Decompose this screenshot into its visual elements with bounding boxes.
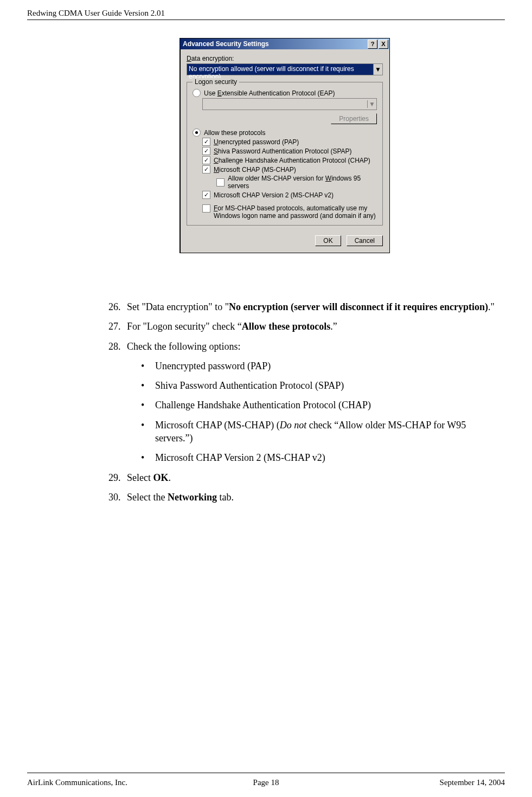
older-mschap-checkbox[interactable]	[216, 178, 225, 187]
step-number: 30.	[108, 491, 127, 504]
chevron-down-icon[interactable]: ▼	[373, 64, 382, 75]
step-text: Select the Networking tab.	[127, 491, 505, 504]
help-icon[interactable]: ?	[368, 40, 377, 49]
mschap-checkbox[interactable]: ✓	[202, 165, 210, 173]
cancel-button[interactable]: Cancel	[347, 235, 383, 246]
step-number: 26.	[108, 300, 127, 313]
step-number: 29.	[108, 471, 127, 484]
bullet-text: Microsoft CHAP (MS-CHAP) (Do not check “…	[155, 419, 505, 445]
eap-radio[interactable]	[193, 89, 201, 97]
bullet-icon: •	[141, 359, 155, 372]
bullet-text: Challenge Handshake Authentication Proto…	[155, 398, 505, 412]
chevron-down-icon: ▼	[367, 100, 376, 108]
logon-security-fieldset: Logon security Use Extensible Authentica…	[187, 82, 383, 226]
allow-protocols-radio[interactable]	[193, 128, 201, 137]
bullet-text: Microsoft CHAP Version 2 (MS-CHAP v2)	[155, 451, 505, 464]
instruction-content: 26.Set "Data encryption" to "No encrypti…	[108, 300, 505, 510]
header-rule	[27, 20, 505, 20]
spap-checkbox[interactable]: ✓	[202, 147, 210, 155]
encryption-value: No encryption allowed (server will disco…	[187, 64, 373, 75]
step-number: 28.	[108, 340, 127, 353]
dialog-titlebar[interactable]: Advanced Security Settings ? X	[180, 38, 389, 49]
mschapv2-label: Microsoft CHAP Version 2 (MS-CHAP v2)	[214, 191, 334, 199]
allow-protocols-label: Allow these protocols	[204, 129, 265, 137]
ok-button[interactable]: OK	[315, 235, 341, 246]
fieldset-legend: Logon security	[193, 78, 239, 86]
encryption-dropdown[interactable]: No encryption allowed (server will disco…	[187, 63, 383, 75]
eap-label: Use Extensible Authentication Protocol (…	[204, 89, 335, 97]
bullet-text: Shiva Password Authentication Protocol (…	[155, 379, 505, 392]
auto-logon-checkbox[interactable]	[202, 204, 210, 213]
step-text: Check the following options:	[127, 340, 505, 353]
step-text: Set "Data encryption" to "No encryption …	[127, 300, 505, 313]
step-text: Select OK.	[127, 471, 505, 484]
footer-left: AirLink Communications, Inc.	[27, 778, 187, 787]
spap-label: Shiva Password Authentication Protocol (…	[214, 147, 352, 155]
step-number: 27.	[108, 320, 127, 333]
chap-label: Challenge Handshake Authentication Proto…	[214, 157, 370, 164]
pap-label: Unencrypted password (PAP)	[214, 138, 299, 146]
doc-header: Redwing CDMA User Guide Version 2.01	[27, 9, 505, 18]
doc-footer: AirLink Communications, Inc. Page 18 Sep…	[27, 778, 505, 787]
footer-right: September 14, 2004	[345, 778, 505, 787]
step-text: For "Logon security" check “Allow these …	[127, 320, 505, 333]
footer-rule	[27, 773, 505, 773]
dialog-title-text: Advanced Security Settings	[181, 40, 367, 48]
advanced-security-dialog: Advanced Security Settings ? X Data encr…	[180, 38, 390, 253]
mschapv2-checkbox[interactable]: ✓	[202, 191, 210, 199]
mschap-label: Microsoft CHAP (MS-CHAP)	[214, 166, 296, 173]
close-icon[interactable]: X	[379, 40, 388, 49]
bullet-icon: •	[141, 451, 155, 464]
bullet-icon: •	[141, 419, 155, 445]
eap-type-dropdown: ▼	[202, 98, 377, 110]
properties-button: Properties	[331, 113, 377, 124]
bullet-text: Unencrypted password (PAP)	[155, 359, 505, 372]
footer-center: Page 18	[187, 778, 346, 787]
auto-logon-label: For MS-CHAP based protocols, automatical…	[214, 204, 377, 220]
pap-checkbox[interactable]: ✓	[202, 138, 210, 146]
bullet-icon: •	[141, 379, 155, 392]
encryption-label: Data encryption:	[187, 55, 383, 62]
bullet-icon: •	[141, 398, 155, 412]
older-mschap-label: Allow older MS-CHAP version for Windows …	[228, 175, 377, 190]
chap-checkbox[interactable]: ✓	[202, 156, 210, 164]
